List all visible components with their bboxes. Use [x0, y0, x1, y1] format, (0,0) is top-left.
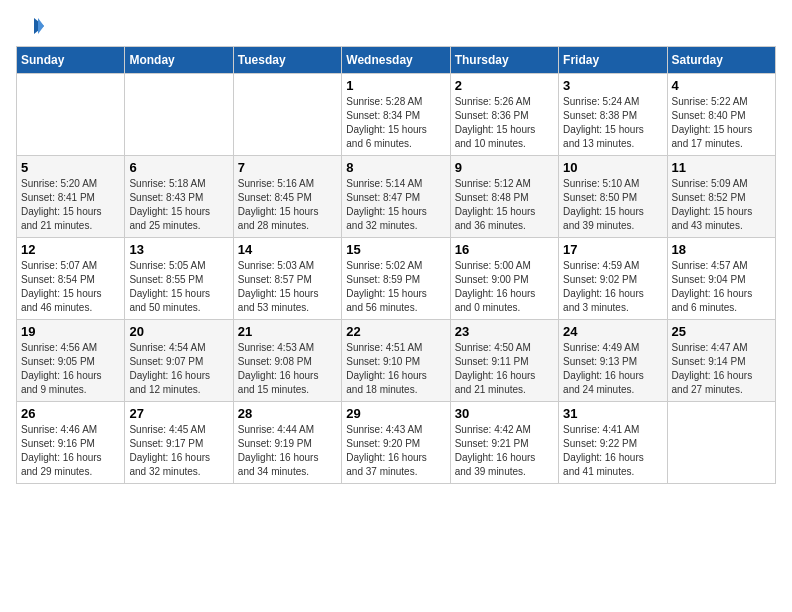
day-number: 16	[455, 242, 554, 257]
calendar-cell: 28Sunrise: 4:44 AM Sunset: 9:19 PM Dayli…	[233, 402, 341, 484]
calendar-cell: 25Sunrise: 4:47 AM Sunset: 9:14 PM Dayli…	[667, 320, 775, 402]
col-header-friday: Friday	[559, 47, 667, 74]
day-number: 3	[563, 78, 662, 93]
calendar-cell: 19Sunrise: 4:56 AM Sunset: 9:05 PM Dayli…	[17, 320, 125, 402]
calendar-cell: 7Sunrise: 5:16 AM Sunset: 8:45 PM Daylig…	[233, 156, 341, 238]
calendar-cell: 15Sunrise: 5:02 AM Sunset: 8:59 PM Dayli…	[342, 238, 450, 320]
calendar-cell: 5Sunrise: 5:20 AM Sunset: 8:41 PM Daylig…	[17, 156, 125, 238]
day-info: Sunrise: 4:44 AM Sunset: 9:19 PM Dayligh…	[238, 423, 337, 479]
day-number: 24	[563, 324, 662, 339]
day-info: Sunrise: 4:59 AM Sunset: 9:02 PM Dayligh…	[563, 259, 662, 315]
day-number: 12	[21, 242, 120, 257]
day-info: Sunrise: 4:49 AM Sunset: 9:13 PM Dayligh…	[563, 341, 662, 397]
col-header-wednesday: Wednesday	[342, 47, 450, 74]
col-header-sunday: Sunday	[17, 47, 125, 74]
day-info: Sunrise: 4:42 AM Sunset: 9:21 PM Dayligh…	[455, 423, 554, 479]
day-info: Sunrise: 5:18 AM Sunset: 8:43 PM Dayligh…	[129, 177, 228, 233]
day-number: 7	[238, 160, 337, 175]
day-info: Sunrise: 5:24 AM Sunset: 8:38 PM Dayligh…	[563, 95, 662, 151]
calendar-cell: 26Sunrise: 4:46 AM Sunset: 9:16 PM Dayli…	[17, 402, 125, 484]
calendar-cell: 31Sunrise: 4:41 AM Sunset: 9:22 PM Dayli…	[559, 402, 667, 484]
calendar-cell: 13Sunrise: 5:05 AM Sunset: 8:55 PM Dayli…	[125, 238, 233, 320]
calendar-cell: 1Sunrise: 5:28 AM Sunset: 8:34 PM Daylig…	[342, 74, 450, 156]
day-info: Sunrise: 5:05 AM Sunset: 8:55 PM Dayligh…	[129, 259, 228, 315]
calendar-cell: 24Sunrise: 4:49 AM Sunset: 9:13 PM Dayli…	[559, 320, 667, 402]
calendar-cell: 20Sunrise: 4:54 AM Sunset: 9:07 PM Dayli…	[125, 320, 233, 402]
day-number: 13	[129, 242, 228, 257]
calendar-cell: 22Sunrise: 4:51 AM Sunset: 9:10 PM Dayli…	[342, 320, 450, 402]
calendar-cell: 27Sunrise: 4:45 AM Sunset: 9:17 PM Dayli…	[125, 402, 233, 484]
header	[16, 16, 776, 38]
day-info: Sunrise: 5:02 AM Sunset: 8:59 PM Dayligh…	[346, 259, 445, 315]
day-info: Sunrise: 5:12 AM Sunset: 8:48 PM Dayligh…	[455, 177, 554, 233]
day-number: 9	[455, 160, 554, 175]
day-info: Sunrise: 4:51 AM Sunset: 9:10 PM Dayligh…	[346, 341, 445, 397]
day-number: 20	[129, 324, 228, 339]
day-info: Sunrise: 4:45 AM Sunset: 9:17 PM Dayligh…	[129, 423, 228, 479]
calendar-cell: 9Sunrise: 5:12 AM Sunset: 8:48 PM Daylig…	[450, 156, 558, 238]
day-number: 14	[238, 242, 337, 257]
day-number: 4	[672, 78, 771, 93]
day-info: Sunrise: 4:56 AM Sunset: 9:05 PM Dayligh…	[21, 341, 120, 397]
calendar-cell	[17, 74, 125, 156]
col-header-tuesday: Tuesday	[233, 47, 341, 74]
day-number: 25	[672, 324, 771, 339]
svg-marker-1	[38, 18, 44, 34]
calendar-cell	[233, 74, 341, 156]
calendar-cell: 21Sunrise: 4:53 AM Sunset: 9:08 PM Dayli…	[233, 320, 341, 402]
day-info: Sunrise: 4:53 AM Sunset: 9:08 PM Dayligh…	[238, 341, 337, 397]
day-number: 23	[455, 324, 554, 339]
day-number: 19	[21, 324, 120, 339]
day-info: Sunrise: 5:03 AM Sunset: 8:57 PM Dayligh…	[238, 259, 337, 315]
day-info: Sunrise: 5:22 AM Sunset: 8:40 PM Dayligh…	[672, 95, 771, 151]
calendar-cell	[125, 74, 233, 156]
calendar-header: SundayMondayTuesdayWednesdayThursdayFrid…	[17, 47, 776, 74]
day-info: Sunrise: 4:50 AM Sunset: 9:11 PM Dayligh…	[455, 341, 554, 397]
day-number: 30	[455, 406, 554, 421]
calendar-table: SundayMondayTuesdayWednesdayThursdayFrid…	[16, 46, 776, 484]
day-info: Sunrise: 4:57 AM Sunset: 9:04 PM Dayligh…	[672, 259, 771, 315]
day-info: Sunrise: 5:09 AM Sunset: 8:52 PM Dayligh…	[672, 177, 771, 233]
calendar-cell: 2Sunrise: 5:26 AM Sunset: 8:36 PM Daylig…	[450, 74, 558, 156]
calendar-cell: 14Sunrise: 5:03 AM Sunset: 8:57 PM Dayli…	[233, 238, 341, 320]
day-number: 17	[563, 242, 662, 257]
calendar-cell: 3Sunrise: 5:24 AM Sunset: 8:38 PM Daylig…	[559, 74, 667, 156]
col-header-thursday: Thursday	[450, 47, 558, 74]
day-number: 27	[129, 406, 228, 421]
calendar-cell: 17Sunrise: 4:59 AM Sunset: 9:02 PM Dayli…	[559, 238, 667, 320]
day-number: 21	[238, 324, 337, 339]
logo	[16, 16, 46, 38]
calendar-cell: 10Sunrise: 5:10 AM Sunset: 8:50 PM Dayli…	[559, 156, 667, 238]
day-number: 29	[346, 406, 445, 421]
day-number: 22	[346, 324, 445, 339]
calendar-cell: 8Sunrise: 5:14 AM Sunset: 8:47 PM Daylig…	[342, 156, 450, 238]
day-info: Sunrise: 5:20 AM Sunset: 8:41 PM Dayligh…	[21, 177, 120, 233]
calendar-cell: 6Sunrise: 5:18 AM Sunset: 8:43 PM Daylig…	[125, 156, 233, 238]
col-header-saturday: Saturday	[667, 47, 775, 74]
calendar-cell: 16Sunrise: 5:00 AM Sunset: 9:00 PM Dayli…	[450, 238, 558, 320]
day-number: 15	[346, 242, 445, 257]
day-number: 2	[455, 78, 554, 93]
day-info: Sunrise: 5:28 AM Sunset: 8:34 PM Dayligh…	[346, 95, 445, 151]
day-number: 31	[563, 406, 662, 421]
calendar-cell: 11Sunrise: 5:09 AM Sunset: 8:52 PM Dayli…	[667, 156, 775, 238]
day-info: Sunrise: 4:43 AM Sunset: 9:20 PM Dayligh…	[346, 423, 445, 479]
day-info: Sunrise: 5:10 AM Sunset: 8:50 PM Dayligh…	[563, 177, 662, 233]
day-number: 1	[346, 78, 445, 93]
day-number: 11	[672, 160, 771, 175]
day-number: 18	[672, 242, 771, 257]
day-number: 10	[563, 160, 662, 175]
day-number: 5	[21, 160, 120, 175]
calendar-cell: 4Sunrise: 5:22 AM Sunset: 8:40 PM Daylig…	[667, 74, 775, 156]
calendar-cell: 18Sunrise: 4:57 AM Sunset: 9:04 PM Dayli…	[667, 238, 775, 320]
calendar-cell	[667, 402, 775, 484]
calendar-cell: 12Sunrise: 5:07 AM Sunset: 8:54 PM Dayli…	[17, 238, 125, 320]
calendar-cell: 29Sunrise: 4:43 AM Sunset: 9:20 PM Dayli…	[342, 402, 450, 484]
day-number: 8	[346, 160, 445, 175]
calendar-cell: 23Sunrise: 4:50 AM Sunset: 9:11 PM Dayli…	[450, 320, 558, 402]
day-info: Sunrise: 4:47 AM Sunset: 9:14 PM Dayligh…	[672, 341, 771, 397]
day-info: Sunrise: 5:14 AM Sunset: 8:47 PM Dayligh…	[346, 177, 445, 233]
day-info: Sunrise: 5:00 AM Sunset: 9:00 PM Dayligh…	[455, 259, 554, 315]
day-number: 26	[21, 406, 120, 421]
day-info: Sunrise: 5:07 AM Sunset: 8:54 PM Dayligh…	[21, 259, 120, 315]
